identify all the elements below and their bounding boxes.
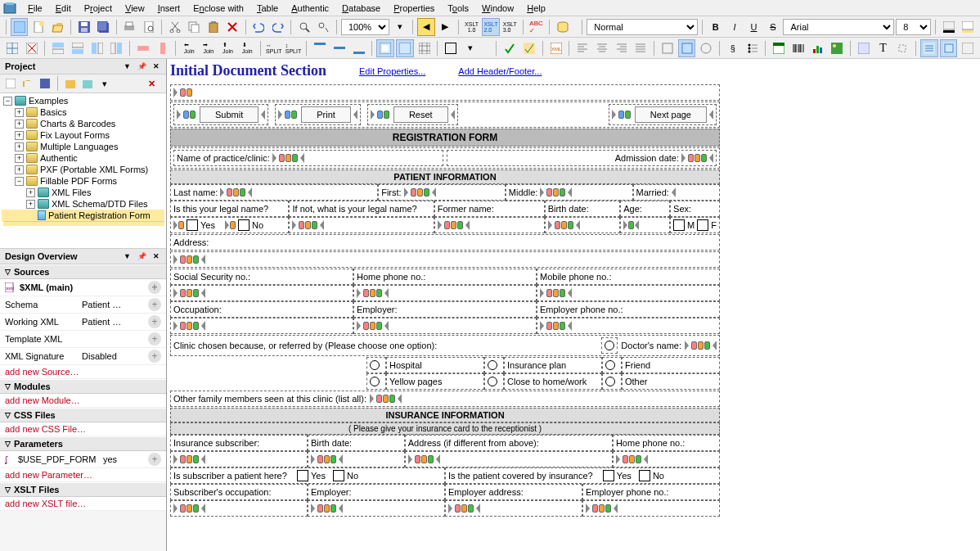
tool-saveall-icon[interactable] (94, 18, 111, 36)
tool-copy-icon[interactable] (186, 18, 203, 36)
xml-main-row[interactable]: xml $XML (main) + (0, 279, 166, 296)
proj-add2-icon[interactable] (80, 76, 95, 91)
param-row[interactable]: ʆ $USE_PDF_FORMyes+ (0, 451, 166, 468)
tool-design-view-icon[interactable] (11, 18, 28, 36)
proj-add-icon[interactable] (63, 76, 78, 91)
tool-paste-icon[interactable] (205, 18, 222, 36)
del-col-icon[interactable] (154, 39, 172, 57)
bold-button[interactable]: B (707, 18, 724, 36)
join-left-icon[interactable]: ⬅Join (180, 39, 198, 57)
tool-find-icon[interactable] (295, 18, 312, 36)
next-page-button[interactable]: Next page (635, 106, 707, 123)
barcode-icon[interactable] (789, 39, 807, 57)
markup-show2-icon[interactable] (396, 39, 414, 57)
menu-help[interactable]: Help (520, 2, 552, 15)
menu-file[interactable]: File (21, 2, 49, 15)
box2-icon[interactable] (678, 39, 696, 57)
params-header[interactable]: ▽Parameters (0, 436, 166, 451)
xml-icon[interactable]: XML (547, 39, 565, 57)
font-combo[interactable]: Arial (783, 19, 894, 35)
tree-item-selected[interactable]: Patient Registration Form (2, 210, 164, 221)
modules-header[interactable]: ▽Modules (0, 379, 166, 394)
size-combo[interactable]: 8 (896, 19, 931, 35)
xslt10-button[interactable]: XSLT1.0 (463, 18, 480, 36)
image-icon[interactable] (828, 39, 846, 57)
tool-forecolor-icon[interactable] (940, 18, 957, 36)
tool-db-icon[interactable] (554, 18, 571, 36)
join-down-icon[interactable]: ⬇Join (238, 39, 256, 57)
show-tags1-icon[interactable] (920, 39, 938, 57)
layout-icon[interactable] (855, 39, 873, 57)
tbl-insert-icon[interactable] (3, 39, 21, 57)
panel-dropdown-icon[interactable]: ▼ (122, 252, 133, 260)
menu-table[interactable]: Table (250, 2, 285, 15)
tool-backcolor-icon[interactable] (959, 18, 976, 36)
tool-prev-icon[interactable]: ◀ (417, 18, 434, 36)
show-tags2-icon[interactable] (940, 39, 958, 57)
panel-close-icon[interactable]: ✕ (151, 252, 161, 260)
split-v-icon[interactable]: ↕SPLIT (285, 39, 303, 57)
menu-enclose[interactable]: Enclose with (187, 2, 250, 15)
tool-cut-icon[interactable] (166, 18, 183, 36)
design-canvas[interactable]: Initial Document Section Edit Properties… (167, 59, 980, 551)
valign-top-icon[interactable] (311, 39, 329, 57)
col-before-icon[interactable] (88, 39, 106, 57)
italic-button[interactable]: I (726, 18, 743, 36)
print-button[interactable]: Print (301, 106, 351, 123)
tool-spellcheck-icon[interactable]: ABC✓ (528, 18, 545, 36)
misc-icon[interactable] (893, 39, 911, 57)
split-h-icon[interactable]: ↔SPLIT (265, 39, 283, 57)
tool-save-icon[interactable] (75, 18, 92, 36)
reset-button[interactable]: Reset (393, 106, 448, 123)
align-center-icon[interactable] (593, 39, 611, 57)
submit-button[interactable]: Submit (200, 106, 258, 123)
proj-save-icon[interactable] (38, 76, 52, 91)
panel-close-icon[interactable]: ✕ (151, 62, 161, 70)
add-icon[interactable]: + (148, 281, 161, 294)
proj-open-icon[interactable] (20, 76, 35, 91)
join-right-icon[interactable]: ➡Join (200, 39, 218, 57)
xslt30-button[interactable]: XSLT3.0 (501, 18, 519, 36)
menu-edit[interactable]: Edit (49, 2, 78, 15)
menu-insert[interactable]: Insert (151, 2, 187, 15)
table-icn-icon[interactable] (770, 39, 788, 57)
xslt20-button[interactable]: XSLT2.0 (482, 18, 499, 36)
grid-icon[interactable] (416, 39, 434, 57)
strike-button[interactable]: S (764, 18, 781, 36)
bullets-icon[interactable] (744, 39, 762, 57)
valign-bot-icon[interactable] (350, 39, 368, 57)
proj-delete-icon[interactable]: ✕ (148, 79, 163, 89)
overview-row[interactable]: SchemaPatient …+ (0, 296, 166, 314)
edit-properties-link[interactable]: Edit Properties... (359, 66, 425, 76)
col-after-icon[interactable] (107, 39, 125, 57)
add-source-link[interactable]: add new Source… (0, 365, 166, 379)
tool-findnext-icon[interactable] (315, 18, 332, 36)
tool-next-icon[interactable]: ▶ (437, 18, 454, 36)
menu-view[interactable]: View (119, 2, 151, 15)
tool-redo-icon[interactable] (269, 18, 286, 36)
row-before-icon[interactable] (49, 39, 67, 57)
proj-dd-icon[interactable]: ▾ (97, 76, 112, 91)
menu-properties[interactable]: Properties (387, 2, 441, 15)
tool-open-icon[interactable] (49, 18, 66, 36)
validate2-icon[interactable] (520, 39, 538, 57)
tbl-delete-icon[interactable] (23, 39, 41, 57)
sources-header[interactable]: ▽Sources (0, 264, 166, 279)
tool-undo-icon[interactable] (250, 18, 267, 36)
tool-print-icon[interactable] (121, 18, 138, 36)
menu-authentic[interactable]: Authentic (285, 2, 335, 15)
section-icon[interactable]: § (724, 39, 742, 57)
project-tree[interactable]: − Examples +Basics +Charts & Barcodes +F… (0, 93, 166, 249)
add-header-footer-link[interactable]: Add Header/Footer... (458, 66, 542, 76)
align-justify-icon[interactable] (632, 39, 650, 57)
text-icon[interactable]: T (874, 39, 892, 57)
align-right-icon[interactable] (613, 39, 631, 57)
overview-row[interactable]: Working XMLPatient …+ (0, 314, 166, 331)
del-row-icon[interactable] (134, 39, 152, 57)
chart-icon[interactable] (809, 39, 827, 57)
border-dd-icon[interactable]: ▾ (461, 39, 479, 57)
align-left-icon[interactable] (573, 39, 591, 57)
box3-icon[interactable] (697, 39, 715, 57)
panel-dropdown-icon[interactable]: ▼ (122, 62, 133, 70)
zoom-combo[interactable]: 100% (341, 19, 389, 35)
